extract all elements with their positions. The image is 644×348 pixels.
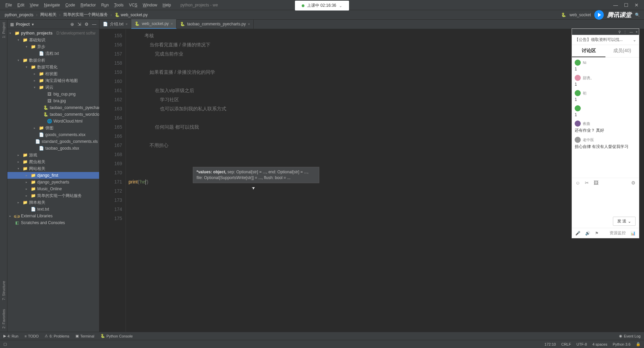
resource-monitor-label[interactable]: 资源监控 <box>610 230 626 236</box>
pin-icon[interactable]: ⚲ <box>618 30 621 34</box>
close-icon[interactable]: × <box>125 22 128 26</box>
tree-folder[interactable]: ▾📁词云 <box>7 84 99 91</box>
menu-tools[interactable]: Tools <box>111 1 126 9</box>
image-icon[interactable]: 🖼 <box>594 180 598 186</box>
tree-folder[interactable]: ▾📁数据可视化 <box>7 64 99 70</box>
tree-folder-selected[interactable]: ▸📁django_first <box>7 172 99 179</box>
tree-folder[interactable]: ▾📁基础知识 <box>7 37 99 43</box>
chevron-down-icon[interactable]: ⌄ <box>628 219 631 224</box>
breadcrumb-root[interactable]: python_projects <box>3 12 35 18</box>
tree-folder[interactable]: ▸📁django_pyecharts <box>7 179 99 186</box>
close-icon[interactable]: × <box>248 22 250 26</box>
menu-icon[interactable]: ⋮ <box>623 30 627 34</box>
menu-view[interactable]: View <box>27 1 41 9</box>
mic-icon[interactable]: 🎤 <box>575 231 580 236</box>
monitor-icon[interactable]: 📊 <box>630 231 636 236</box>
tree-folder[interactable]: ▸📁柱状图 <box>7 70 99 77</box>
tab-websocket[interactable]: 🐍web_socket.py× <box>131 19 177 29</box>
send-button[interactable]: 发 送⌄ <box>613 217 636 226</box>
menu-vcs[interactable]: VCS <box>126 1 140 9</box>
status-encoding[interactable]: UTF-8 <box>576 342 587 346</box>
recording-indicator[interactable]: 上课中 02:16:36 ⌄ <box>295 1 349 10</box>
tree-file[interactable]: 📄text.txt <box>7 206 99 213</box>
minimize-icon[interactable]: — <box>629 30 633 34</box>
locate-icon[interactable]: ⊕ <box>70 22 74 27</box>
hide-icon[interactable]: — <box>92 22 96 27</box>
chat-input[interactable] <box>572 188 639 215</box>
close-icon[interactable]: × <box>171 22 173 26</box>
tool-terminal[interactable]: ▣ Terminal <box>75 334 94 338</box>
chevron-down-icon[interactable]: ▾ <box>32 22 34 27</box>
gutter-project[interactable]: 1: Project <box>2 21 6 39</box>
project-tree[interactable]: ▾📁python_projects D:\development softw ▾… <box>7 29 99 332</box>
status-interpreter[interactable]: Python 3.6 <box>613 342 630 346</box>
status-cursor-pos[interactable]: 172:10 <box>545 342 556 346</box>
tab-members[interactable]: 成员(40) <box>605 45 639 57</box>
tree-folder[interactable]: ▸📁饼图 <box>7 125 99 131</box>
menu-help[interactable]: Help <box>160 1 174 9</box>
menu-edit[interactable]: Edit <box>15 1 27 9</box>
search-icon[interactable]: 🔍 <box>635 13 640 17</box>
gutter-structure[interactable]: 7: Structure <box>2 280 6 302</box>
gear-icon[interactable]: ⚙ <box>85 22 89 27</box>
tree-folder[interactable]: ▸📁游戏 <box>7 152 99 158</box>
scissors-icon[interactable]: ✂ <box>585 180 589 186</box>
tree-folder[interactable]: ▸📁爬虫相关 <box>7 158 99 165</box>
tool-problems[interactable]: ⚠ 6: Problems <box>45 334 69 338</box>
lock-icon[interactable]: 🔒 <box>636 342 641 346</box>
chevron-down-icon[interactable]: ⌄ <box>339 3 342 8</box>
menu-file[interactable]: File <box>3 1 15 9</box>
gear-icon[interactable]: ⚙ <box>631 180 636 186</box>
chat-announcement[interactable]: 【公告】领取资料可以找... ⌄ <box>572 35 639 45</box>
chat-messages[interactable]: Ni1甜诱。1初11夜曲还有作业？ 真好老中医担心自律 有没有人督促我学习 <box>572 58 639 178</box>
tree-folder[interactable]: ▾📁异步 <box>7 43 99 50</box>
tree-scratches[interactable]: ◧Scratches and Consoles <box>7 219 99 226</box>
tree-file[interactable]: 📄流程.txt <box>7 50 99 57</box>
tree-root[interactable]: ▾📁python_projects D:\development softw <box>7 30 99 37</box>
flag-icon[interactable]: ⚑ <box>595 231 599 236</box>
tool-event-log[interactable]: ◉ Event Log <box>619 334 641 338</box>
tree-file[interactable]: 🖼big_cup.png <box>7 91 99 97</box>
tree-file[interactable]: 📄taobao_goods.xlsx <box>7 145 99 152</box>
menu-navigate[interactable]: Navigate <box>41 1 63 9</box>
tool-todo[interactable]: ≡ TODO <box>24 334 39 338</box>
tool-python-console[interactable]: 🐍 Python Console <box>100 334 133 338</box>
tab-discuss[interactable]: 讨论区 <box>572 45 605 57</box>
speaker-icon[interactable]: 🔊 <box>585 231 590 236</box>
tree-file[interactable]: 🐍taobao_comments_wordclo <box>7 111 99 118</box>
tree-file[interactable]: 🌐WordCloud.html <box>7 118 99 125</box>
tree-folder[interactable]: ▾📁数据分析 <box>7 57 99 64</box>
status-line-sep[interactable]: CRLF <box>561 342 571 346</box>
breadcrumb-1[interactable]: 网站相关 <box>39 11 58 18</box>
gutter-favorites[interactable]: 2: Favorites <box>2 308 6 330</box>
status-indent[interactable]: 4 spaces <box>592 342 607 346</box>
chevron-down-icon[interactable]: ⌄ <box>633 38 636 42</box>
tree-file[interactable]: 🖼bra.jpg <box>7 97 99 104</box>
tab-intro[interactable]: 📄介绍.txt× <box>99 19 131 29</box>
breadcrumb-file[interactable]: 🐍 web_socket.py <box>113 12 149 18</box>
collapse-icon[interactable]: ⇲ <box>77 22 81 27</box>
tree-external-libs[interactable]: ▸⫹⫺External Libraries <box>7 213 99 219</box>
menu-window[interactable]: Window <box>140 1 160 9</box>
right-tab-label[interactable]: web_socket <box>570 13 591 17</box>
tab-taobao[interactable]: 🐍taobao_comments_pyecharts.py× <box>177 19 254 29</box>
tree-file[interactable]: 📄goods_comments.xlsx <box>7 131 99 138</box>
editor-body[interactable]: 1551561571581591601611621631641651661671… <box>99 29 644 332</box>
menu-code[interactable]: Code <box>63 1 78 9</box>
tree-folder[interactable]: ▸📁Music_Online <box>7 186 99 192</box>
close-icon[interactable]: ✕ <box>635 2 639 8</box>
menu-refactor[interactable]: Refactor <box>78 1 98 9</box>
tree-file[interactable]: 🐍taobao_comments_pyechar <box>7 104 99 111</box>
maximize-icon[interactable]: ☐ <box>624 2 628 8</box>
tree-folder[interactable]: ▸📁淘宝店铺分布地图 <box>7 77 99 84</box>
play-logo-icon[interactable] <box>594 10 604 20</box>
close-icon[interactable]: × <box>636 30 638 34</box>
tree-folder[interactable]: ▸📁脚本相关 <box>7 199 99 206</box>
minimize-icon[interactable]: — <box>613 2 618 8</box>
tree-folder[interactable]: ▾📁网站相关 <box>7 165 99 172</box>
tool-run[interactable]: ▶ 4: Run <box>3 334 18 338</box>
menu-run[interactable]: Run <box>98 1 111 9</box>
emoji-icon[interactable]: ☺ <box>575 180 580 186</box>
breadcrumb-2[interactable]: 简单的实现一个网站服务 <box>62 11 109 18</box>
status-left-icon[interactable]: ▢ <box>3 342 7 346</box>
